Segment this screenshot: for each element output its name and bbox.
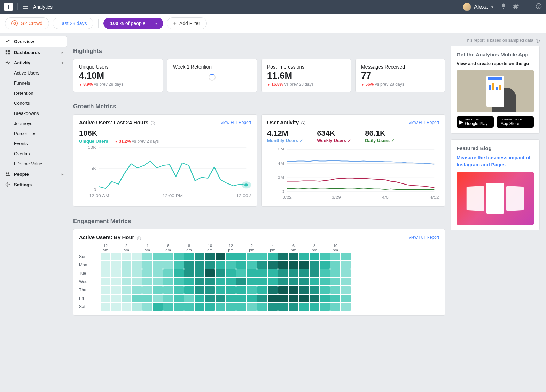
heatmap-cell[interactable] — [247, 278, 257, 285]
heatmap-cell[interactable] — [163, 269, 173, 277]
nav-activity-active-users[interactable]: Active Users — [0, 68, 67, 78]
heatmap-cell[interactable] — [174, 278, 184, 285]
nav-activity-lifetime-value[interactable]: Lifetime Value — [0, 159, 67, 169]
nav-overview[interactable]: Overview — [0, 36, 67, 47]
heatmap-cell[interactable] — [257, 303, 267, 311]
heatmap-cell[interactable] — [289, 261, 298, 269]
heatmap-cell[interactable] — [257, 269, 267, 277]
nav-activity-breakdowns[interactable]: Breakdowns — [0, 108, 67, 118]
heatmap-cell[interactable] — [142, 253, 152, 260]
heatmap-cell[interactable] — [195, 303, 204, 311]
nav-activity-events[interactable]: Events — [0, 139, 67, 149]
heatmap-cell[interactable] — [278, 286, 288, 294]
heatmap-cell[interactable] — [205, 295, 215, 302]
add-filter-button[interactable]: + Add Filter — [167, 17, 207, 29]
heatmap-cell[interactable] — [320, 261, 330, 269]
heatmap-cell[interactable] — [247, 269, 257, 277]
heatmap-cell[interactable] — [226, 295, 236, 302]
heatmap-cell[interactable] — [226, 253, 236, 260]
heatmap-cell[interactable] — [142, 303, 152, 311]
audience-filter[interactable]: 100 % of people ▼ — [103, 18, 163, 29]
heatmap-cell[interactable] — [132, 261, 142, 269]
heatmap-cell[interactable] — [310, 269, 319, 277]
heatmap-cell[interactable] — [101, 286, 110, 294]
nav-people[interactable]: People ▸ — [0, 169, 67, 179]
heatmap-cell[interactable] — [132, 253, 142, 260]
heatmap-cell[interactable] — [257, 286, 267, 294]
heatmap-cell[interactable] — [247, 261, 257, 269]
heatmap-cell[interactable] — [111, 295, 121, 302]
heatmap-cell[interactable] — [142, 269, 152, 277]
heatmap-cell[interactable] — [330, 286, 340, 294]
heatmap-cell[interactable] — [163, 303, 173, 311]
heatmap-cell[interactable] — [226, 278, 236, 285]
heatmap-cell[interactable] — [163, 253, 173, 260]
heatmap-cell[interactable] — [163, 261, 173, 269]
heatmap-cell[interactable] — [278, 261, 288, 269]
view-full-report-link[interactable]: View Full Report — [408, 120, 439, 125]
heatmap-cell[interactable] — [174, 295, 184, 302]
heatmap-cell[interactable] — [278, 295, 288, 302]
heatmap-cell[interactable] — [101, 303, 110, 311]
heatmap-cell[interactable] — [330, 261, 340, 269]
heatmap-cell[interactable] — [195, 286, 204, 294]
heatmap-cell[interactable] — [320, 303, 330, 311]
heatmap-cell[interactable] — [205, 303, 215, 311]
heatmap-cell[interactable] — [122, 253, 131, 260]
heatmap-cell[interactable] — [205, 269, 215, 277]
heatmap-cell[interactable] — [310, 278, 319, 285]
heatmap-cell[interactable] — [278, 303, 288, 311]
heatmap-cell[interactable] — [132, 295, 142, 302]
heatmap-cell[interactable] — [163, 286, 173, 294]
nav-activity[interactable]: Activity ▾ — [0, 57, 67, 68]
nav-activity-overlap[interactable]: Overlap — [0, 149, 67, 159]
heatmap-cell[interactable] — [299, 253, 309, 260]
heatmap-cell[interactable] — [289, 253, 298, 260]
heatmap-cell[interactable] — [236, 278, 246, 285]
heatmap-cell[interactable] — [320, 295, 330, 302]
heatmap-cell[interactable] — [341, 278, 351, 285]
heatmap-cell[interactable] — [195, 295, 204, 302]
heatmap-cell[interactable] — [153, 295, 163, 302]
heatmap-cell[interactable] — [247, 295, 257, 302]
heatmap-cell[interactable] — [268, 269, 278, 277]
heatmap-cell[interactable] — [153, 261, 163, 269]
heatmap-cell[interactable] — [184, 261, 194, 269]
heatmap-cell[interactable] — [310, 295, 319, 302]
heatmap-cell[interactable] — [247, 303, 257, 311]
date-range-filter[interactable]: Last 28 days — [53, 18, 93, 29]
heatmap-cell[interactable] — [289, 269, 298, 277]
heatmap-cell[interactable] — [101, 253, 110, 260]
heatmap-cell[interactable] — [299, 278, 309, 285]
heatmap-cell[interactable] — [226, 303, 236, 311]
heatmap-cell[interactable] — [226, 269, 236, 277]
heatmap-cell[interactable] — [341, 269, 351, 277]
heatmap-cell[interactable] — [247, 286, 257, 294]
heatmap-cell[interactable] — [268, 261, 278, 269]
heatmap-cell[interactable] — [122, 295, 131, 302]
heatmap-cell[interactable] — [226, 286, 236, 294]
heatmap-cell[interactable] — [184, 253, 194, 260]
heatmap-cell[interactable] — [310, 261, 319, 269]
heatmap-cell[interactable] — [184, 295, 194, 302]
heatmap-cell[interactable] — [310, 286, 319, 294]
heatmap-cell[interactable] — [122, 286, 131, 294]
heatmap-cell[interactable] — [330, 303, 340, 311]
heatmap-cell[interactable] — [320, 253, 330, 260]
heatmap-cell[interactable] — [341, 286, 351, 294]
heatmap-cell[interactable] — [184, 286, 194, 294]
heatmap-cell[interactable] — [257, 261, 267, 269]
nav-activity-funnels[interactable]: Funnels — [0, 78, 67, 88]
heatmap-cell[interactable] — [111, 278, 121, 285]
heatmap-cell[interactable] — [195, 253, 204, 260]
nav-activity-retention[interactable]: Retention — [0, 88, 67, 98]
heatmap-cell[interactable] — [310, 303, 319, 311]
heatmap-cell[interactable] — [216, 269, 225, 277]
heatmap-cell[interactable] — [236, 295, 246, 302]
heatmap-cell[interactable] — [205, 261, 215, 269]
company-filter[interactable]: G G2 Crowd — [5, 17, 49, 29]
heatmap-cell[interactable] — [257, 295, 267, 302]
user-menu[interactable]: Alexa ▼ — [463, 3, 494, 11]
view-full-report-link[interactable]: View Full Report — [408, 235, 439, 240]
heatmap-cell[interactable] — [299, 295, 309, 302]
